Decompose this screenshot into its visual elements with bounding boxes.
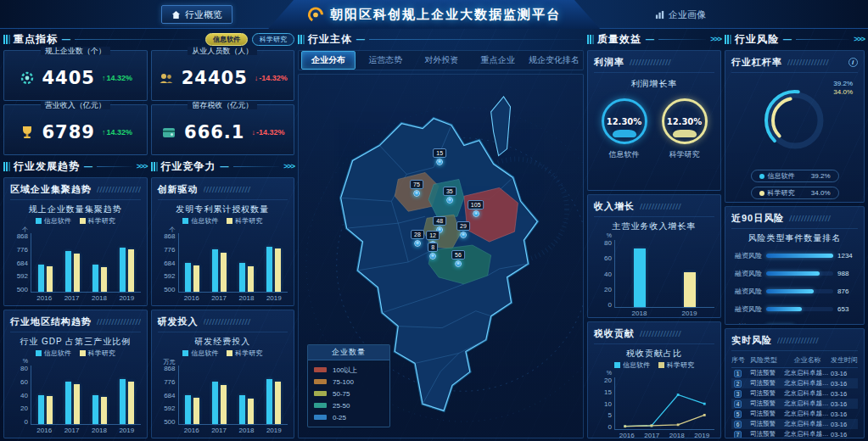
expand-arrows-icon[interactable]: >>>	[854, 35, 865, 43]
bar	[275, 382, 281, 424]
map-marker[interactable]: 35	[443, 187, 456, 204]
nav-right-label: 企业画像	[669, 8, 706, 21]
map-marker[interactable]: 75	[410, 180, 423, 197]
risk-rank-row: 融资风险653	[731, 304, 858, 314]
bar	[38, 395, 44, 425]
table-row: 3司法预警北京启科卓越科技有限公司03-16	[731, 388, 858, 399]
bar	[239, 263, 245, 292]
tab-enterprise-distribution[interactable]: 企业分布	[301, 51, 356, 70]
map-legend-item: 25-50	[314, 399, 384, 411]
bar	[47, 266, 53, 292]
tab-change-ranking[interactable]: 规企变化排名	[528, 52, 580, 69]
bar	[38, 265, 44, 292]
gdp-share-panel: 行业地区结构趋势//////////////// 行业 GDP 占第三产业比例信…	[3, 310, 148, 438]
map-marker[interactable]: 105	[468, 200, 484, 217]
bar	[101, 267, 107, 292]
table-row: 5司法预警北京启科卓越科技有限公司03-16	[731, 409, 858, 419]
legend-dot	[759, 174, 764, 179]
panel-subtitle: 区域企业集聚趋势	[10, 183, 92, 196]
panel-subtitle: 近90日风险	[731, 212, 784, 225]
trophy-icon	[19, 124, 36, 141]
competitiveness-section: 行业竞争力 — >>> 创新驱动//////////////// 发明专利累计授…	[151, 159, 295, 438]
tab-key-enterprises[interactable]: 重点企业	[472, 52, 524, 69]
map-marker[interactable]: 28	[411, 230, 424, 247]
map-legend-item: 75-100	[314, 376, 384, 388]
profit-gauges: 12.30% 信息软件 12.30% 科学研究	[594, 98, 714, 160]
nav-industry-overview[interactable]: 行业概览	[161, 5, 232, 24]
panel-subtitle: 行业杠杆率	[731, 56, 782, 69]
risk-rank-chart: 风险类型事件数量排名融资风险1234融资风险988融资风险876融资风险653融…	[731, 232, 858, 325]
chart-title: 利润增长率	[594, 78, 714, 90]
bar	[185, 263, 191, 292]
expand-arrows-icon[interactable]: >>>	[283, 162, 294, 170]
income-growth-chart: 主营业务收入增长率%80604020020182019	[594, 220, 714, 317]
key-indicators-title: 重点指标	[14, 32, 58, 47]
stat-delta: -14.32%	[256, 128, 285, 137]
quality-benefit-section: 质量效益 — >>> 利润率////////////// 利润增长率 12.30…	[587, 31, 721, 438]
section-marker-icon	[587, 35, 589, 44]
gauge-label: 信息软件	[609, 149, 640, 160]
bar	[266, 379, 272, 424]
bar	[185, 395, 191, 424]
nav-enterprise-profile[interactable]: 企业画像	[646, 5, 715, 24]
stat-card-enterprise-count: 规上企业数（个） 4405 ↑14.32%	[3, 50, 148, 101]
patent-grant-chart: 发明专利累计授权数量信息软件科学研究个868776684592500201620…	[158, 204, 288, 302]
liquid-wave	[613, 130, 636, 137]
tab-operation-status[interactable]: 运营态势	[359, 52, 412, 69]
income-growth-panel: 收入增长////////////// 主营业务收入增长率%80604020020…	[587, 194, 721, 318]
expand-arrows-icon[interactable]: >>>	[137, 162, 148, 170]
bar	[239, 395, 245, 424]
tag-info-software[interactable]: 信息软件	[205, 33, 248, 46]
donut-callout: 39.2%34.0%	[833, 80, 853, 97]
panel-subtitle: 实时风险	[731, 334, 772, 347]
map-marker[interactable]: 8	[428, 243, 438, 260]
page-title: 朝阳区科创规上企业大数据监测平台	[330, 7, 561, 23]
info-icon[interactable]: i	[848, 58, 858, 67]
marker-value: 15	[433, 148, 446, 158]
hatch-decoration: //////////////	[640, 330, 714, 338]
legend-dot	[759, 191, 764, 196]
marker-value: 56	[451, 250, 465, 260]
risk-rank-row: 融资风险988	[731, 269, 858, 278]
map-marker[interactable]: 29	[456, 221, 470, 238]
panel-subtitle: 研发投入	[158, 315, 199, 328]
bar	[65, 251, 71, 292]
marker-pin-icon	[436, 159, 443, 165]
stat-delta: -14.32%	[259, 74, 288, 82]
stat-card-employees: 从业人员数（人） 24405 ↓-14.32%	[151, 50, 295, 101]
marker-pin-icon	[413, 190, 420, 197]
map-marker[interactable]: 56	[451, 250, 465, 267]
map-legend-item: 50-75	[314, 388, 384, 399]
gear-icon	[19, 70, 36, 87]
risk-rank-row: 融资风险876	[731, 287, 858, 296]
bar	[128, 249, 134, 292]
tag-science-research[interactable]: 科学研究	[252, 33, 294, 46]
expand-arrows-icon[interactable]: >>>	[710, 35, 721, 43]
innovation-panel: 创新驱动//////////////// 发明专利累计授权数量信息软件科学研究个…	[151, 177, 295, 306]
map-legend: 企业数量100以上75-10050-7525-500-25	[307, 344, 390, 427]
stat-delta: 14.32%	[106, 128, 132, 137]
tab-outbound-investment[interactable]: 对外投资	[415, 52, 468, 69]
people-icon	[158, 70, 175, 87]
bar	[128, 382, 134, 424]
home-icon	[171, 10, 181, 20]
hatch-decoration: ////////////////	[97, 318, 141, 327]
recent-risk-panel: 近90日风险////////////// 风险类型事件数量排名融资风险1234融…	[725, 206, 865, 325]
gauge-science-research: 12.30%	[662, 98, 708, 144]
industry-body-title: 行业主体	[308, 32, 352, 47]
stat-label: 营业收入（亿元）	[41, 101, 110, 109]
map-legend-item: 0-25	[314, 411, 384, 423]
section-marker-icon	[298, 35, 300, 44]
stat-label: 规上企业数（个）	[41, 47, 110, 55]
hatch-decoration: //////////////	[630, 59, 714, 67]
bar	[221, 253, 227, 293]
section-marker-icon	[151, 162, 153, 171]
cluster-trend-chart: 规上企业数量集聚趋势信息软件科学研究个868776684592500201620…	[10, 204, 141, 302]
stat-delta: 14.32%	[106, 74, 132, 82]
panel-subtitle: 利润率	[594, 56, 624, 69]
rnd-invest-chart: 研发经费投入信息软件科学研究万元868776684592500201620172…	[158, 336, 288, 434]
competitiveness-title: 行业竞争力	[161, 159, 216, 174]
map-marker[interactable]: 15	[433, 148, 446, 165]
liquid-wave	[673, 130, 697, 137]
bar	[65, 382, 71, 424]
